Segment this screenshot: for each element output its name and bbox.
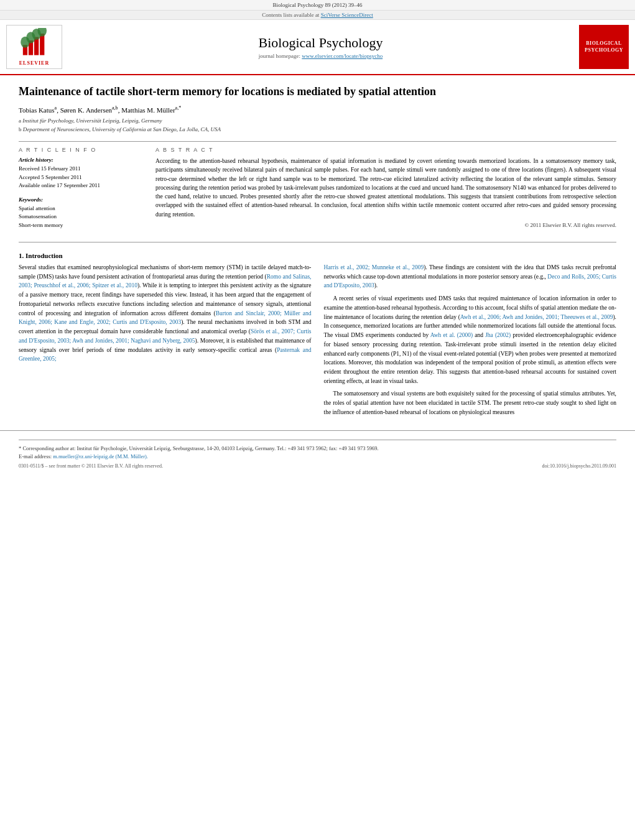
elsevier-label-text: ELSEVIER: [19, 60, 49, 66]
intro-para-4: The somatosensory and visual systems are…: [324, 389, 617, 417]
article-info-col: A R T I C L E I N F O Article history: R…: [19, 147, 143, 236]
ref-awh-2000[interactable]: Awh et al. (2000): [430, 332, 473, 338]
article-history-block: Article history: Received 15 February 20…: [19, 157, 143, 190]
article-title: Maintenance of tactile short-term memory…: [19, 85, 616, 99]
divider-after-affiliations: [19, 141, 616, 142]
intro-para-2: Harris et al., 2002; Munneke et al., 200…: [324, 263, 617, 290]
intro-section-title: 1. Introduction: [19, 252, 616, 259]
email-link[interactable]: m.mueller@rz.uni-leipzig.de (M.M. Müller…: [53, 453, 148, 459]
footnote-star: * Corresponding author at: Institut für …: [19, 445, 616, 451]
elsevier-tree-icon: [16, 28, 53, 59]
sciverse-link[interactable]: SciVerse ScienceDirect: [321, 12, 373, 18]
article-info-abstract: A R T I C L E I N F O Article history: R…: [19, 147, 616, 236]
homepage-label: journal homepage:: [259, 53, 300, 59]
ref-romo-2003[interactable]: Romo and Salinas, 2003; Preuschhof et al…: [19, 274, 312, 289]
email-label: E-mail address:: [19, 453, 52, 459]
page: Biological Psychology 89 (2012) 39–46 Co…: [0, 0, 635, 840]
main-content: Maintenance of tactile short-term memory…: [0, 75, 635, 430]
aff-text-a: Institut für Psychology, Universität Lei…: [22, 118, 162, 124]
introduction-section: 1. Introduction Several studies that exa…: [19, 252, 616, 421]
article-info-header: A R T I C L E I N F O: [19, 147, 143, 153]
authors: Tobias Katusa, Søren K. Andersena,b, Mat…: [19, 105, 616, 114]
ref-soros-2007[interactable]: Sörös et al., 2007; Curtis and D'Esposit…: [19, 328, 311, 344]
bio-line1: BIOLOGICAL: [585, 40, 623, 47]
journal-logo-text: BIOLOGICAL PSYCHOLOGY: [585, 40, 623, 53]
footnote-email: E-mail address: m.mueller@rz.uni-leipzig…: [19, 453, 616, 459]
keywords-label: Keywords:: [19, 196, 143, 203]
footer-divider: [19, 440, 616, 440]
keyword-3: Short-term memory: [19, 221, 143, 230]
body-col-left: Several studies that examined neurophysi…: [19, 263, 312, 421]
journal-title-area: Biological Psychology journal homepage: …: [68, 25, 573, 69]
journal-logo-box: BIOLOGICAL PSYCHOLOGY: [579, 25, 629, 69]
journal-homepage: journal homepage: www.elsevier.com/locat…: [259, 53, 382, 59]
footer: * Corresponding author at: Institut für …: [0, 430, 635, 473]
intro-para-3: A recent series of visual experiments us…: [324, 294, 617, 385]
keyword-1: Spatial attention: [19, 205, 143, 213]
contents-text: Contents lists available at: [262, 12, 320, 18]
keywords-list: Spatial attention Somatosensation Short-…: [19, 205, 143, 230]
intro-para-1: Several studies that examined neurophysi…: [19, 263, 312, 364]
journal-header: ELSEVIER Biological Psychology journal h…: [0, 20, 635, 75]
abstract-col: A B S T R A C T According to the attenti…: [155, 147, 616, 236]
journal-ref-text: Biological Psychology 89 (2012) 39–46: [273, 2, 363, 8]
contents-bar: Contents lists available at SciVerse Sci…: [0, 11, 635, 20]
keyword-2: Somatosensation: [19, 213, 143, 221]
bio-line2: PSYCHOLOGY: [585, 47, 623, 53]
svg-rect-3: [40, 34, 44, 55]
footer-bottom: 0301-0511/$ – see front matter © 2011 El…: [19, 463, 616, 469]
ref-burton-2000[interactable]: Burton and Sinclair, 2000; Müller and Kn…: [19, 310, 312, 326]
journal-title: Biological Psychology: [259, 35, 383, 51]
aff-label-b: b: [19, 126, 23, 132]
ref-awh-2006[interactable]: Awh et al., 2006; Awh and Jonides, 2001;…: [460, 314, 613, 320]
doi-text: doi:10.1016/j.biopsycho.2011.09.001: [542, 463, 616, 469]
copyright: © 2011 Elsevier B.V. All rights reserved…: [155, 222, 616, 228]
aff-text-b: Department of Neurosciences, University …: [23, 126, 221, 132]
affiliations: a Institut für Psychology, Universität L…: [19, 117, 616, 134]
homepage-link[interactable]: www.elsevier.com/locate/biopsycho: [302, 53, 382, 59]
abstract-text: According to the attention-based rehears…: [155, 157, 616, 219]
received-date: Received 15 February 2011 Accepted 5 Sep…: [19, 165, 143, 190]
ref-jha-2002[interactable]: Jha (2002): [485, 332, 511, 338]
affiliation-b: b Department of Neurosciences, Universit…: [19, 126, 616, 134]
ref-deco-2005[interactable]: Deco and Rolls, 2005; Curtis and D'Espos…: [324, 274, 617, 289]
affiliation-a: a Institut für Psychology, Universität L…: [19, 117, 616, 126]
abstract-header: A B S T R A C T: [155, 147, 616, 153]
body-col-right: Harris et al., 2002; Munneke et al., 200…: [324, 263, 617, 421]
journal-reference-bar: Biological Psychology 89 (2012) 39–46: [0, 0, 635, 11]
ref-harris-2002[interactable]: Harris et al., 2002; Munneke et al., 200…: [324, 264, 424, 270]
article-history-label: Article history:: [19, 157, 143, 163]
divider-after-abstract: [19, 242, 616, 242]
keywords-block: Keywords: Spatial attention Somatosensat…: [19, 196, 143, 230]
body-columns: Several studies that examined neurophysi…: [19, 263, 616, 421]
issn-text: 0301-0511/$ – see front matter © 2011 El…: [19, 463, 163, 469]
elsevier-logo: ELSEVIER: [6, 25, 62, 69]
authors-text: Tobias Katusa, Søren K. Andersena,b, Mat…: [19, 106, 181, 114]
ref-pasternak-2005[interactable]: Pasternak and Greenlee, 2005;: [19, 347, 312, 362]
